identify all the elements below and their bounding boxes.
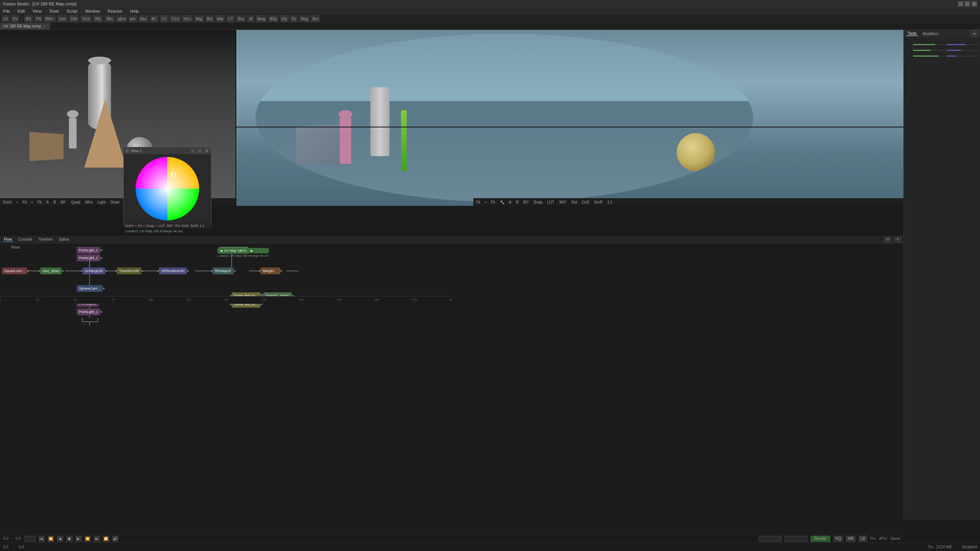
toolbar-blur[interactable]: Blur [139, 15, 149, 22]
popup-subv[interactable]: SubV [125, 224, 134, 228]
vt-fit2[interactable]: Fit [36, 200, 43, 204]
menu-reactor[interactable]: Reactor [106, 9, 124, 13]
toolbar-3cm[interactable]: 3Cm [80, 15, 92, 22]
vt-fit-r2[interactable]: Fit [490, 200, 496, 204]
vt-subv[interactable]: SubV [2, 200, 13, 204]
menu-help[interactable]: Help [129, 9, 141, 13]
popup-snap[interactable]: Snap [146, 224, 154, 228]
menu-view[interactable]: View [31, 9, 43, 13]
node-geo[interactable]: Geo_3Geo [40, 267, 62, 274]
toolbar-xf[interactable]: Xf [247, 15, 254, 22]
toolbar-bw[interactable]: BW+ [44, 15, 56, 22]
cw-close[interactable]: ✕ [204, 148, 209, 153]
node-pointlight1-bot[interactable]: PointLight_1 [77, 308, 100, 315]
toolbar-3sh[interactable]: 3Sh [69, 15, 79, 22]
node-point-light-1b[interactable]: PointLight_1 [77, 254, 100, 261]
toolbar-rsz[interactable]: Rsz [236, 15, 246, 22]
toolbar-bsp[interactable]: BSp [268, 15, 278, 22]
viewport-right[interactable]: Fit • Fit 🔧 A B 60° Snap LUT 360° Rol Do… [236, 30, 980, 206]
vt-b[interactable]: B [52, 200, 57, 204]
popup-smr[interactable]: SmR [190, 224, 198, 228]
vt-a-r[interactable]: A [508, 200, 513, 204]
flow-node-area[interactable]: Square.rect... Geo_3Geo PointLight_2 Poi… [0, 243, 903, 534]
toolbar-sv[interactable]: SV [11, 15, 19, 22]
vt-fit-r1[interactable]: Fit [475, 200, 481, 204]
render-button[interactable]: Render [811, 536, 830, 542]
node-remapuv[interactable]: REMapUV [213, 267, 234, 274]
toolbar-13m[interactable]: 13m [57, 15, 67, 22]
node-square-rect[interactable]: Square.rect... [2, 267, 27, 274]
popup-dod[interactable]: DoD [182, 224, 189, 228]
play-audio[interactable]: 🔊 [112, 536, 118, 542]
menu-window[interactable]: Window [83, 9, 101, 13]
toolbar-ct[interactable]: CT [226, 15, 234, 22]
toolbar-py[interactable]: Py [290, 15, 298, 22]
toolbar-hcv[interactable]: HCv [182, 15, 193, 22]
toolbar-mat[interactable]: Mat [216, 15, 225, 22]
menu-edit[interactable]: Edit [16, 9, 26, 13]
toolbar-pem[interactable]: pEm [116, 15, 127, 22]
play-back-frame[interactable]: ⏪ [48, 536, 54, 542]
rp-tab-modifiers[interactable]: Modifiers [921, 32, 940, 36]
toolbar-elp[interactable]: Elp [280, 15, 288, 22]
aprx-label[interactable]: APrx [879, 536, 887, 541]
vt-fit1[interactable]: Fit [21, 200, 28, 204]
toolbar-3sl[interactable]: 3SL [93, 15, 103, 22]
play-fwd-end[interactable]: ⏭ [94, 536, 100, 542]
play-start-input[interactable]: 1000.0 [759, 536, 782, 542]
vt-wire[interactable]: Wire [84, 200, 94, 204]
node-renderer3d[interactable]: VERenderer3D [159, 267, 187, 274]
rp-tab-tools[interactable]: Tools [906, 31, 918, 36]
vt-light[interactable]: Light [96, 200, 107, 204]
vt-360-r[interactable]: 360° [558, 200, 568, 204]
minimize-button[interactable]: ─ [958, 1, 963, 7]
cw-minimize[interactable]: ─ [190, 148, 196, 153]
popup-lut[interactable]: LUT [159, 224, 165, 228]
maximize-button[interactable]: □ [965, 1, 970, 7]
menu-tools[interactable]: Tools [47, 9, 61, 13]
vt-dod-r[interactable]: DoD [581, 200, 591, 204]
rp-settings-btn[interactable]: ⚙ [971, 30, 978, 37]
vt-snap-r[interactable]: Snap [532, 200, 543, 204]
flow-tab-flow[interactable]: Flow [2, 237, 13, 242]
play-back-end[interactable]: ⏮ [39, 536, 45, 542]
toolbar-pin[interactable]: pIn [129, 15, 137, 22]
vt-tools-r[interactable]: 🔧 [499, 200, 506, 204]
toolbar-rng[interactable]: Rng [299, 15, 309, 22]
close-button[interactable]: ✕ [972, 1, 977, 7]
menu-file[interactable]: File [2, 9, 11, 13]
play-back[interactable]: ◀ [57, 536, 63, 542]
lb-button[interactable]: LB [859, 536, 867, 542]
popup-360[interactable]: 360° [167, 224, 174, 228]
uv-map-node-label[interactable]: ◀ UV Map 180 F... ▶ [218, 248, 269, 253]
toolbar-bol[interactable]: Bol [205, 15, 214, 22]
menu-script[interactable]: Script [65, 9, 79, 13]
flow-tab-spline[interactable]: Spline [57, 237, 71, 241]
toolbar-ccv[interactable]: CCv [170, 15, 180, 22]
tab-close-button[interactable]: × [43, 24, 47, 28]
some-label[interactable]: Some [890, 536, 900, 541]
node-point-light-2[interactable]: PointLight_2 [77, 247, 100, 254]
popup-ratio[interactable]: 1:1 [200, 224, 205, 228]
node-spherecam[interactable]: SphereCam... [77, 285, 103, 292]
toolbar-bc[interactable]: BC [150, 15, 159, 22]
vt-smr-r[interactable]: SmR [593, 200, 604, 204]
mb-button[interactable]: MB [846, 536, 856, 542]
toolbar-ld[interactable]: LD [2, 15, 10, 22]
vt-60[interactable]: 60° [59, 200, 67, 204]
toolbar-fn[interactable]: FN [34, 15, 43, 22]
flow-close-btn[interactable]: ✕ [894, 237, 901, 242]
toolbar-rct[interactable]: Rct [311, 15, 320, 22]
vt-rol-r[interactable]: Rol [570, 200, 578, 204]
flow-tab-timeline[interactable]: Timeline [37, 237, 54, 241]
node-merge1[interactable]: Merge1 ✕ [260, 267, 280, 274]
node-transform3d[interactable]: Transform3D [117, 267, 141, 274]
toolbar-cc[interactable]: CC [160, 15, 169, 22]
toolbar-3rn[interactable]: 3Rn [105, 15, 115, 22]
play-forward[interactable]: ▶ [75, 536, 82, 542]
popup-rol[interactable]: Rol [175, 224, 180, 228]
toolbar-bg[interactable]: BG [24, 15, 33, 22]
popup-fit[interactable]: Fit [138, 224, 142, 228]
prx-label[interactable]: Prx [870, 536, 876, 541]
play-fwd-frame[interactable]: ⏩ [85, 536, 91, 542]
